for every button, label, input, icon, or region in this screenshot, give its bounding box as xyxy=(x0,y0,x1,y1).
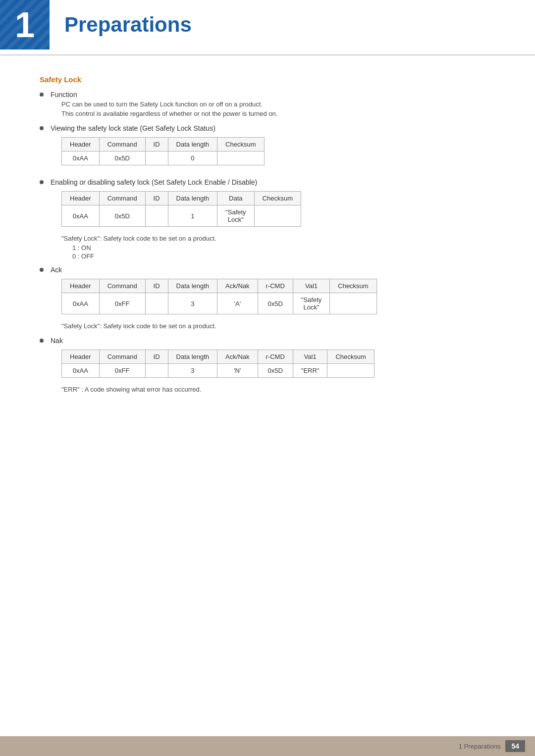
table-row: 0xAA 0x5D 0 xyxy=(62,151,265,165)
ack-col-h8: Checksum xyxy=(330,279,376,293)
ack-cell-dl: 3 xyxy=(168,293,217,314)
nak-cell-dl: 3 xyxy=(168,364,217,378)
ack-cell-header: 0xAA xyxy=(62,293,100,314)
enable-disable-label: Enabling or disabling safety lock (Set S… xyxy=(51,178,495,186)
bullet-dot-4 xyxy=(40,268,44,272)
col-h4: Data length xyxy=(168,192,217,205)
chapter-number-block: 1 xyxy=(0,0,50,50)
page-header: 1 Preparations xyxy=(0,0,535,55)
cell-header2: 0xAA xyxy=(62,205,100,227)
table-row: 0xAA 0x5D 1 "SafetyLock" xyxy=(62,205,301,227)
ack-cell-checksum xyxy=(330,293,376,314)
nak-cell-command: 0xFF xyxy=(99,364,145,378)
cell-checksum2 xyxy=(254,205,301,227)
col-h2: Command xyxy=(99,192,145,205)
function-label: Function xyxy=(51,91,495,99)
nak-col-h5: Ack/Nak xyxy=(217,350,258,364)
view-status-table-wrapper: Header Command ID Data length Checksum 0… xyxy=(61,137,495,165)
col-h6: Checksum xyxy=(254,192,301,205)
ack-cell-acknak: 'A' xyxy=(217,293,258,314)
cell-dl2: 1 xyxy=(168,205,217,227)
chapter-number: 1 xyxy=(15,4,35,45)
nak-col-h8: Checksum xyxy=(327,350,374,364)
nak-cell-val1: "ERR" xyxy=(293,364,327,378)
off-note: 0 : OFF xyxy=(72,252,495,260)
nak-label: Nak xyxy=(51,337,495,345)
bullet-dot xyxy=(40,93,44,97)
nak-cell-rcmd: 0x5D xyxy=(258,364,293,378)
cell-id2 xyxy=(145,205,168,227)
ack-cell-id xyxy=(145,293,168,314)
ack-col-h1: Header xyxy=(62,279,100,293)
nak-table-wrapper: Header Command ID Data length Ack/Nak r-… xyxy=(61,350,495,378)
cell-command: 0x5D xyxy=(99,151,145,165)
bullet-content-function: Function PC can be used to turn the Safe… xyxy=(51,91,495,119)
bullet-enable-disable: Enabling or disabling safety lock (Set S… xyxy=(40,178,495,261)
section-title: Safety Lock xyxy=(40,75,495,84)
nak-col-h3: ID xyxy=(145,350,168,364)
bullet-content-enable: Enabling or disabling safety lock (Set S… xyxy=(51,178,495,261)
nak-cell-header: 0xAA xyxy=(62,364,100,378)
ack-cell-rcmd: 0x5D xyxy=(258,293,293,314)
ack-col-h5: Ack/Nak xyxy=(217,279,258,293)
function-desc-2: This control is available regardless of … xyxy=(61,110,495,117)
footer-text: 1 Preparations xyxy=(459,743,501,750)
table-row: 0xAA 0xFF 3 'N' 0x5D "ERR" xyxy=(62,364,374,378)
nak-col-h4: Data length xyxy=(168,350,217,364)
nak-table: Header Command ID Data length Ack/Nak r-… xyxy=(61,350,374,378)
cell-command2: 0x5D xyxy=(99,205,145,227)
nak-cell-acknak: 'N' xyxy=(217,364,258,378)
ack-col-h3: ID xyxy=(145,279,168,293)
col-header-data-length: Data length xyxy=(168,138,217,151)
ack-note: "Safety Lock": Safety lock code to be se… xyxy=(61,322,495,330)
col-header-id: ID xyxy=(145,138,168,151)
bullet-function: Function PC can be used to turn the Safe… xyxy=(40,91,495,119)
bullet-nak: Nak Header Command ID Data length Ack/Na… xyxy=(40,337,495,395)
nak-cell-checksum xyxy=(327,364,374,378)
ack-col-h2: Command xyxy=(99,279,145,293)
err-note: "ERR" : A code showing what error has oc… xyxy=(61,386,495,393)
bullet-dot-2 xyxy=(40,126,44,130)
nak-col-h6: r-CMD xyxy=(258,350,293,364)
col-h5: Data xyxy=(217,192,254,205)
page-footer: 1 Preparations 54 xyxy=(0,736,535,756)
ack-cell-command: 0xFF xyxy=(99,293,145,314)
ack-table: Header Command ID Data length Ack/Nak r-… xyxy=(61,279,377,314)
on-note: 1 : ON xyxy=(72,244,495,252)
col-h3: ID xyxy=(145,192,168,205)
ack-label: Ack xyxy=(51,266,495,274)
col-h1: Header xyxy=(62,192,100,205)
ack-col-h4: Data length xyxy=(168,279,217,293)
nak-cell-id xyxy=(145,364,168,378)
col-header-checksum: Checksum xyxy=(217,138,264,151)
cell-data2: "SafetyLock" xyxy=(217,205,254,227)
bullet-content-nak: Nak Header Command ID Data length Ack/Na… xyxy=(51,337,495,395)
bullet-view-status: Viewing the safety lock state (Get Safet… xyxy=(40,124,495,173)
enable-disable-table-wrapper: Header Command ID Data length Data Check… xyxy=(61,191,495,227)
cell-id xyxy=(145,151,168,165)
bullet-ack: Ack Header Command ID Data length Ack/Na… xyxy=(40,266,495,332)
ack-table-wrapper: Header Command ID Data length Ack/Nak r-… xyxy=(61,279,495,314)
bullet-dot-3 xyxy=(40,180,44,184)
ack-col-h7: Val1 xyxy=(293,279,329,293)
col-header-header: Header xyxy=(62,138,100,151)
nak-col-h2: Command xyxy=(99,350,145,364)
bullet-dot-5 xyxy=(40,339,44,343)
cell-header: 0xAA xyxy=(62,151,100,165)
enable-disable-table: Header Command ID Data length Data Check… xyxy=(61,191,301,227)
safety-lock-note: "Safety Lock": Safety lock code to be se… xyxy=(61,235,495,242)
col-header-command: Command xyxy=(99,138,145,151)
nak-col-h1: Header xyxy=(62,350,100,364)
table-row: 0xAA 0xFF 3 'A' 0x5D "SafetyLock" xyxy=(62,293,377,314)
bullet-content-view: Viewing the safety lock state (Get Safet… xyxy=(51,124,495,173)
function-desc-1: PC can be used to turn the Safety Lock f… xyxy=(61,101,495,108)
cell-data-length: 0 xyxy=(168,151,217,165)
page-content: Safety Lock Function PC can be used to t… xyxy=(0,75,535,440)
footer-page-number: 54 xyxy=(505,740,525,752)
cell-checksum xyxy=(217,151,264,165)
view-status-table: Header Command ID Data length Checksum 0… xyxy=(61,137,265,165)
bullet-content-ack: Ack Header Command ID Data length Ack/Na… xyxy=(51,266,495,332)
view-status-label: Viewing the safety lock state (Get Safet… xyxy=(51,124,495,132)
chapter-title: Preparations xyxy=(50,0,207,50)
ack-col-h6: r-CMD xyxy=(258,279,293,293)
